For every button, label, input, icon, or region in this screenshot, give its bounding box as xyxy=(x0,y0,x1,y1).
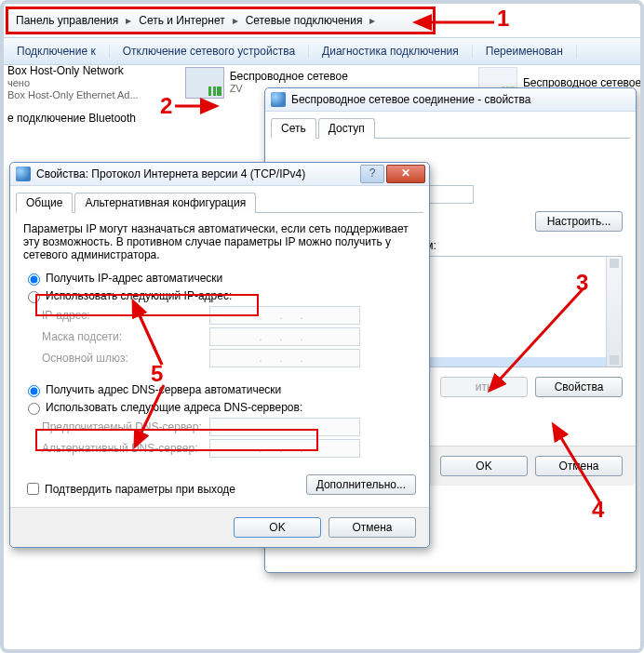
dns2-label: Альтернативный DNS-сервер: xyxy=(42,442,209,455)
window-title: Свойства: Протокол Интернета версии 4 (T… xyxy=(36,167,305,180)
ok-button[interactable]: OK xyxy=(234,517,321,538)
radio-obtain-ip-auto[interactable]: Получить IP-адрес автоматически xyxy=(23,271,416,286)
mask-field[interactable]: . . . xyxy=(209,327,360,346)
install-button[interactable]: ить xyxy=(440,377,528,397)
mask-label: Маска подсети: xyxy=(42,330,209,343)
titlebar[interactable]: Беспроводное сетевое соединение - свойст… xyxy=(265,88,636,112)
dns1-field[interactable]: . . . xyxy=(209,418,360,436)
annotation-number: 4 xyxy=(592,497,604,523)
configure-button[interactable]: Настроить... xyxy=(535,211,623,232)
checkbox-input[interactable] xyxy=(27,483,39,495)
ip-field[interactable]: . . . xyxy=(209,306,360,325)
help-button[interactable]: ? xyxy=(360,165,384,183)
connection-name: е подключение Bluetooth xyxy=(7,113,136,125)
scrollbar[interactable] xyxy=(606,257,622,366)
cancel-button[interactable]: Отмена xyxy=(535,456,623,476)
breadcrumb[interactable]: Панель управления▸ Сеть и Интернет▸ Сете… xyxy=(6,7,436,34)
toolbar-connect[interactable]: Подключение к xyxy=(4,45,110,58)
intro-text: Параметры IP могут назначаться автоматич… xyxy=(23,222,416,261)
radio-label: Получить IP-адрес автоматически xyxy=(46,272,222,285)
titlebar[interactable]: Свойства: Протокол Интернета версии 4 (T… xyxy=(10,163,429,186)
connection-adapter: Box Host-Only Ethernet Ad... xyxy=(7,89,139,101)
annotation-number: 3 xyxy=(576,270,588,296)
annotation-number: 1 xyxy=(497,6,509,32)
properties-button[interactable]: Свойства xyxy=(535,377,623,397)
validate-checkbox[interactable]: Подтвердить параметры при выходе xyxy=(23,480,235,498)
gateway-field[interactable]: . . . xyxy=(209,349,360,367)
advanced-button[interactable]: Дополнительно... xyxy=(306,474,416,495)
toolbar-diagnose[interactable]: Диагностика подключения xyxy=(309,45,473,58)
toolbar-rename[interactable]: Переименован xyxy=(473,45,577,58)
chevron-right-icon: ▸ xyxy=(229,14,242,27)
tab-network[interactable]: Сеть xyxy=(271,118,316,139)
window-title: Беспроводное сетевое соединение - свойст… xyxy=(291,93,531,106)
chevron-right-icon: ▸ xyxy=(122,14,135,27)
radio-obtain-dns-auto[interactable]: Получить адрес DNS-сервера автоматически xyxy=(23,382,416,397)
window-icon xyxy=(271,92,286,107)
connection-name: Беспроводное сетевое xyxy=(230,71,348,83)
radio-use-dns[interactable]: Использовать следующие адреса DNS-сервер… xyxy=(23,400,416,415)
radio-input[interactable] xyxy=(28,291,40,303)
connection-status: чено xyxy=(7,77,139,89)
radio-use-ip[interactable]: Использовать следующий IP-адрес: xyxy=(23,288,416,303)
radio-label: Использовать следующие адреса DNS-сервер… xyxy=(46,401,302,414)
tab-access[interactable]: Доступ xyxy=(318,118,375,139)
radio-input[interactable] xyxy=(28,273,40,286)
ok-button[interactable]: OK xyxy=(440,456,528,476)
dns2-field[interactable]: . . . xyxy=(209,439,360,458)
annotation-number: 5 xyxy=(151,361,163,387)
connection-name: Box Host-Only Network xyxy=(7,65,139,77)
radio-input[interactable] xyxy=(28,385,40,397)
chevron-right-icon: ▸ xyxy=(366,14,379,27)
breadcrumb-item[interactable]: Сетевые подключения xyxy=(242,14,367,27)
radio-input[interactable] xyxy=(28,403,40,415)
breadcrumb-item[interactable]: Панель управления xyxy=(12,14,122,27)
arrow-icon xyxy=(424,15,499,36)
toolbar-disable[interactable]: Отключение сетевого устройства xyxy=(110,45,309,58)
dns1-label: Предпочитаемый DNS-сервер: xyxy=(42,420,209,433)
checkbox-label: Подтвердить параметры при выходе xyxy=(45,483,235,496)
gateway-label: Основной шлюз: xyxy=(42,352,209,365)
close-button[interactable]: ✕ xyxy=(386,165,425,183)
radio-label: Получить адрес DNS-сервера автоматически xyxy=(46,383,281,396)
breadcrumb-item[interactable]: Сеть и Интернет xyxy=(135,14,228,27)
toolbar: Подключение к Отключение сетевого устрой… xyxy=(4,37,644,65)
cancel-button[interactable]: Отмена xyxy=(329,517,416,538)
ipv4-properties-window: Свойства: Протокол Интернета версии 4 (T… xyxy=(9,162,430,548)
ip-label: IP-адрес: xyxy=(42,309,209,322)
window-icon xyxy=(16,167,31,181)
radio-label: Использовать следующий IP-адрес: xyxy=(46,289,232,302)
tab-altconfig[interactable]: Альтернативная конфигурация xyxy=(74,193,256,213)
tab-general[interactable]: Общие xyxy=(16,193,73,213)
network-icon xyxy=(185,67,224,99)
annotation-number: 2 xyxy=(160,93,172,119)
